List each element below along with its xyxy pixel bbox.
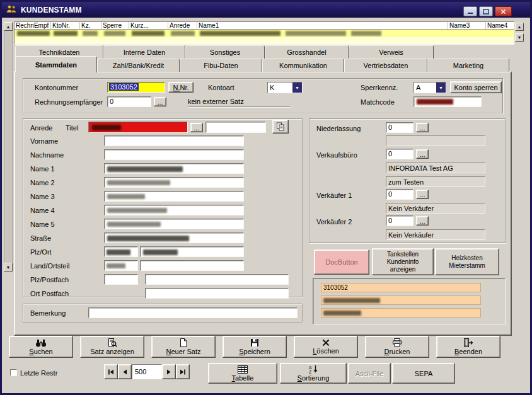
land-ortsteil-label: Land/Ortsteil bbox=[30, 262, 69, 270]
last-record-button[interactable] bbox=[176, 364, 190, 379]
verkaeufer1-browse-button[interactable]: ... bbox=[416, 190, 429, 199]
letzte-restr-checkbox[interactable] bbox=[10, 369, 17, 376]
konto-sperren-button[interactable]: Konto sperren bbox=[450, 81, 502, 93]
plz-field[interactable] bbox=[104, 246, 138, 257]
tab-vertriebsdaten[interactable]: Vertriebsdaten bbox=[344, 59, 427, 72]
verkaufsbuero-browse-button[interactable]: ... bbox=[416, 149, 429, 159]
suchen-button[interactable]: Suchen bbox=[9, 336, 73, 358]
loeschen-button[interactable]: Löschen bbox=[294, 336, 358, 358]
speichern-button[interactable]: Speichern bbox=[223, 336, 287, 358]
anrede-browse-button[interactable]: ... bbox=[190, 123, 203, 132]
kontoart-label: Kontoart bbox=[208, 84, 234, 91]
grid-col-name4[interactable]: Name4 bbox=[486, 22, 514, 29]
plz-postfach-field[interactable] bbox=[104, 274, 138, 285]
tankstellen-kundeninfo-button[interactable]: Tankstellen Kundeninfo anzeigen bbox=[372, 248, 434, 275]
titlebar[interactable]: KUNDENSTAMM bbox=[2, 2, 530, 18]
ascii-file-button: Ascii-File bbox=[348, 363, 391, 384]
sepa-button[interactable]: SEPA bbox=[392, 363, 455, 384]
chevron-down-icon[interactable]: ▼ bbox=[292, 83, 302, 93]
grid-col-anrede[interactable]: Anrede bbox=[168, 22, 197, 29]
grid-col-kurz[interactable]: Kurz... bbox=[129, 22, 168, 29]
anrede-label: Anrede bbox=[30, 124, 52, 132]
copy-button[interactable] bbox=[272, 120, 289, 134]
name1-field[interactable] bbox=[104, 163, 244, 174]
ort-postfach-label: Ort Postfach bbox=[30, 290, 69, 297]
minimize-button[interactable] bbox=[463, 6, 477, 16]
chevron-down-icon[interactable]: ▼ bbox=[436, 83, 446, 93]
neuer-satz-button[interactable]: Neuer Satz bbox=[151, 336, 216, 358]
grid-col-sperre[interactable]: Sperre bbox=[101, 22, 129, 29]
redacted-cell bbox=[286, 31, 346, 36]
doc-button[interactable]: DocButton bbox=[314, 249, 369, 275]
name4-field[interactable] bbox=[104, 205, 244, 215]
tab-grosshandel[interactable]: Grosshandel bbox=[265, 45, 349, 59]
matchcode-field[interactable] bbox=[413, 96, 482, 107]
tab-verweis[interactable]: Verweis bbox=[349, 45, 434, 59]
grid-col-name1[interactable]: Name1 bbox=[197, 22, 448, 29]
close-button[interactable] bbox=[495, 6, 512, 16]
tab-interne-daten[interactable]: Interne Daten bbox=[103, 45, 185, 59]
name1-label: Name 1 bbox=[30, 165, 55, 173]
maximize-button[interactable] bbox=[479, 6, 493, 16]
niederlassung-browse-button[interactable]: ... bbox=[416, 123, 429, 132]
grid-row[interactable] bbox=[14, 37, 514, 44]
svg-text:Z: Z bbox=[309, 370, 312, 374]
sperrkennz-combo[interactable]: A ▼ bbox=[413, 82, 446, 93]
ortsteil-field[interactable] bbox=[140, 260, 244, 271]
anrede-field[interactable] bbox=[88, 122, 188, 133]
rechnungsempfaenger-browse-button[interactable]: ... bbox=[154, 97, 166, 106]
grid-col-kz[interactable]: Kz. bbox=[80, 22, 101, 29]
first-record-button[interactable] bbox=[104, 364, 118, 379]
tabelle-button[interactable]: Tabelle bbox=[208, 363, 277, 384]
grid-selected-row[interactable] bbox=[14, 30, 514, 37]
letzte-restr-label: Letzte Restr bbox=[20, 369, 57, 377]
grid-col-ktonr[interactable]: KtoNr. bbox=[51, 22, 80, 29]
tab-stammdaten[interactable]: Stammdaten bbox=[15, 56, 97, 72]
prev-record-button[interactable] bbox=[118, 364, 132, 379]
niederlassung-field[interactable]: 0 bbox=[386, 122, 413, 133]
drucken-button[interactable]: Drucken bbox=[365, 336, 429, 358]
grid-col-rechnempf[interactable]: RechnEmpf bbox=[14, 22, 51, 29]
ort-postfach-field[interactable] bbox=[145, 288, 289, 299]
nnr-button[interactable]: N.Nr. bbox=[168, 82, 194, 93]
satz-anzeigen-button[interactable]: Satz anzeigen bbox=[80, 336, 144, 358]
grid-col-name3[interactable]: Name3 bbox=[448, 22, 486, 29]
record-count-input[interactable] bbox=[132, 364, 162, 379]
verkaeufer1-field[interactable]: 0 bbox=[386, 189, 413, 200]
name2-field[interactable] bbox=[104, 177, 244, 188]
verkaeufer2-name-field: Kein Verkäufer bbox=[386, 229, 485, 240]
tab-fibu-daten[interactable]: Fibu-Daten bbox=[180, 59, 262, 72]
postfach-field[interactable] bbox=[145, 274, 289, 285]
tab-zahl-bank-kredit[interactable]: Zahl/Bank/Kredit bbox=[97, 59, 180, 72]
tab-kommunikation[interactable]: Kommunikation bbox=[262, 59, 344, 72]
name3-field[interactable] bbox=[104, 191, 244, 202]
strasse-field[interactable] bbox=[104, 232, 244, 243]
kontoart-combo[interactable]: K ▼ bbox=[267, 82, 303, 93]
beenden-button[interactable]: Beenden bbox=[436, 336, 500, 358]
nachname-field[interactable] bbox=[104, 149, 244, 160]
next-record-icon bbox=[166, 369, 171, 375]
heizkosten-mieterstamm-button[interactable]: Heizkosten Mieterstamm bbox=[435, 248, 499, 275]
verkaufsbuero-field[interactable]: 0 bbox=[386, 149, 413, 159]
ort-field[interactable] bbox=[140, 246, 244, 257]
left-scrollbar-track[interactable] bbox=[4, 22, 13, 272]
bemerkung-field[interactable] bbox=[88, 307, 298, 318]
vorname-field[interactable] bbox=[104, 135, 244, 146]
verkaeufer2-field[interactable]: 0 bbox=[386, 215, 413, 226]
left-scrollbar-down-icon[interactable]: ▼ bbox=[4, 263, 13, 272]
sortierung-button[interactable]: A Z Sortierung bbox=[280, 363, 347, 384]
titel-field[interactable] bbox=[205, 122, 266, 133]
tab-sonstiges[interactable]: Sonstiges bbox=[185, 45, 265, 59]
grid-scrollbar-up-icon[interactable]: ▲ bbox=[515, 23, 524, 31]
land-field[interactable] bbox=[104, 260, 138, 271]
kontonummer-field[interactable]: 3103052 bbox=[107, 82, 165, 93]
customer-grid[interactable]: RechnEmpf KtoNr. Kz. Sperre Kurz... Anre… bbox=[14, 21, 514, 45]
left-scrollbar-up-icon[interactable]: ▲ bbox=[4, 22, 13, 31]
verkaeufer2-browse-button[interactable]: ... bbox=[416, 216, 429, 226]
next-record-button[interactable] bbox=[162, 364, 176, 379]
kontoart-value: K bbox=[268, 84, 292, 91]
grid-scrollbar-down-icon[interactable]: ▼ bbox=[515, 33, 524, 42]
name5-field[interactable] bbox=[104, 219, 244, 229]
rechnungsempfaenger-field[interactable]: 0 bbox=[107, 96, 151, 107]
tab-marketing[interactable]: Marketing bbox=[427, 59, 509, 72]
